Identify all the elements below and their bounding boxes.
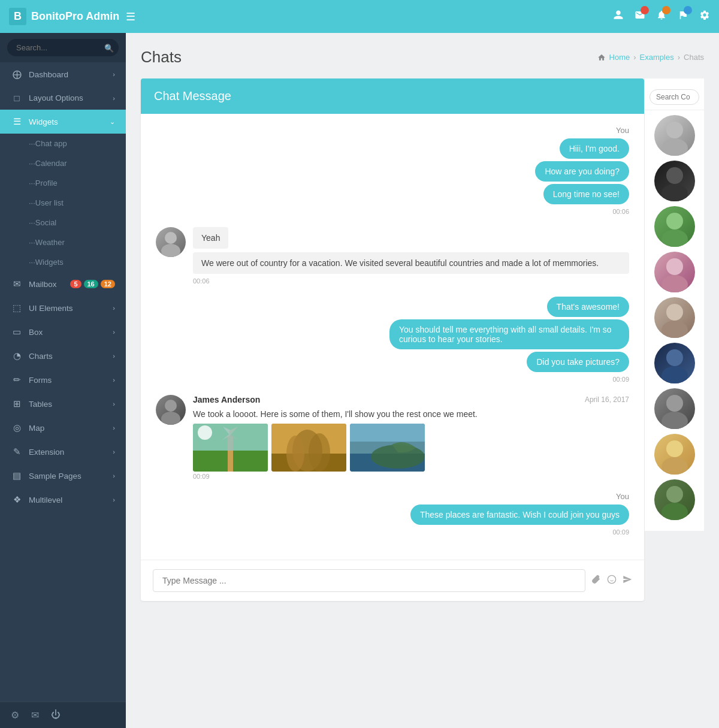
sidebar-item-tables[interactable]: ⊞ Tables › xyxy=(0,392,126,416)
badge-12: 12 xyxy=(101,280,115,288)
dots-icon: ··· xyxy=(29,218,35,227)
message-group-3: That's awesome! You should tell me every… xyxy=(156,297,629,383)
dots-icon: ··· xyxy=(29,159,35,168)
contact-avatar-9[interactable] xyxy=(654,479,695,520)
contact-avatar-5[interactable] xyxy=(654,297,695,338)
contact-avatar-1[interactable] xyxy=(654,115,695,156)
map-arrow: › xyxy=(113,424,115,431)
chat-input-row xyxy=(141,560,644,601)
emoji-icon[interactable] xyxy=(607,575,617,587)
right-sidebar-search-input[interactable] xyxy=(649,89,699,105)
avatar-img-4 xyxy=(156,395,186,425)
svg-point-18 xyxy=(309,433,330,472)
sidebar-item-label: Layout Options xyxy=(29,93,83,102)
svg-point-37 xyxy=(661,366,688,383)
svg-point-32 xyxy=(666,258,683,275)
settings-bottom-icon[interactable]: ⚙ xyxy=(11,709,19,721)
page-header: Chats Home › Examples › Chats xyxy=(141,48,704,67)
sidebar-subitem-label: Weather xyxy=(35,238,65,247)
breadcrumb-sep1: › xyxy=(633,53,636,62)
sender-name-4: James Anderson xyxy=(193,395,260,404)
breadcrumb-examples[interactable]: Examples xyxy=(640,53,674,62)
sidebar-item-user-list[interactable]: ··· User list xyxy=(0,193,126,213)
avatar-2 xyxy=(156,227,186,257)
svg-point-36 xyxy=(666,349,683,366)
sidebar-item-profile[interactable]: ··· Profile xyxy=(0,173,126,193)
contact-avatar-7[interactable] xyxy=(654,388,695,429)
dots-icon: ··· xyxy=(29,238,35,247)
multilevel-icon: ❖ xyxy=(11,494,23,505)
menu-toggle-icon[interactable]: ☰ xyxy=(123,7,138,26)
breadcrumb: Home › Examples › Chats xyxy=(597,53,704,62)
sidebar-item-label: Sample Pages xyxy=(29,472,81,481)
bubble-3b: You should tell me everything with all s… xyxy=(389,319,629,349)
sidebar-item-chat-app[interactable]: ··· Chat app xyxy=(0,134,126,153)
charts-arrow: › xyxy=(113,352,115,360)
user-icon[interactable] xyxy=(613,10,624,23)
svg-point-1 xyxy=(161,244,180,257)
contact-avatar-4[interactable] xyxy=(654,252,695,292)
sidebar-item-multilevel[interactable]: ❖ Multilevel › xyxy=(0,488,126,512)
breadcrumb-home[interactable]: Home xyxy=(609,53,630,62)
mail-bottom-icon[interactable]: ✉ xyxy=(31,709,39,721)
sidebar-item-sample-pages[interactable]: ▤ Sample Pages › xyxy=(0,464,126,488)
sidebar-search-container: 🔍 xyxy=(0,33,126,62)
message-group-1: You Hiii, I'm good. How are you doing? L… xyxy=(156,126,629,215)
sidebar-item-label: Map xyxy=(29,424,44,433)
bubble-1a: Hiii, I'm good. xyxy=(560,138,629,159)
svg-point-17 xyxy=(286,436,304,472)
settings-icon[interactable] xyxy=(699,10,710,23)
avatar-4 xyxy=(156,395,186,425)
chat-message-input[interactable] xyxy=(153,569,585,592)
dots-icon: ··· xyxy=(29,258,35,267)
sidebar-item-extension[interactable]: ✎ Extension › xyxy=(0,440,126,464)
image-field[interactable] xyxy=(271,424,346,472)
sidebar-item-layout[interactable]: □ Layout Options › xyxy=(0,86,126,110)
sidebar-item-weather[interactable]: ··· Weather xyxy=(0,232,126,252)
msg-time-5: 00:09 xyxy=(612,528,629,536)
bell-badge xyxy=(662,6,670,14)
contact-avatar-2[interactable] xyxy=(654,161,695,201)
svg-point-0 xyxy=(165,232,177,244)
sidebar-item-mailbox[interactable]: ✉ Mailbox 5 16 12 xyxy=(0,272,126,296)
flag-icon[interactable] xyxy=(678,10,688,23)
svg-point-43 xyxy=(661,503,688,520)
paperclip-icon[interactable] xyxy=(591,575,601,587)
sidebar-item-map[interactable]: ◎ Map › xyxy=(0,416,126,440)
sidebar-subitem-label: User list xyxy=(35,198,64,207)
svg-point-33 xyxy=(661,275,688,292)
sidebar-item-charts[interactable]: ◔ Charts › xyxy=(0,344,126,368)
contact-avatar-8[interactable] xyxy=(654,434,695,475)
chat-body: You Hiii, I'm good. How are you doing? L… xyxy=(141,114,644,560)
contact-avatar-6[interactable] xyxy=(654,343,695,383)
sidebar-item-label: Tables xyxy=(29,400,52,409)
msg-time-2: 00:06 xyxy=(193,277,629,285)
sidebar-item-calendar[interactable]: ··· Calendar xyxy=(0,153,126,173)
contact-avatar-3[interactable] xyxy=(654,206,695,247)
sidebar-item-widgets[interactable]: ☰ Widgets ⌄ xyxy=(0,110,126,134)
svg-point-31 xyxy=(661,229,688,247)
breadcrumb-sep2: › xyxy=(678,53,680,62)
sidebar-item-label: Mailbox xyxy=(29,280,57,289)
sidebar-search-input[interactable] xyxy=(7,39,119,56)
main-layout: Chat Message You Hiii, I'm good. How are… xyxy=(141,78,704,601)
image-windmill[interactable] xyxy=(193,424,268,472)
ui-arrow: › xyxy=(113,304,115,312)
image-coast[interactable] xyxy=(350,424,425,472)
mail-icon[interactable] xyxy=(635,10,645,23)
sidebar-item-widgets-sub[interactable]: ··· Widgets xyxy=(0,252,126,272)
sidebar-item-label: Multilevel xyxy=(29,496,62,505)
bell-icon[interactable] xyxy=(656,10,667,23)
sidebar-search-icon[interactable]: 🔍 xyxy=(104,43,114,52)
send-icon[interactable] xyxy=(623,575,632,587)
sidebar-item-dashboard[interactable]: ⨁ Dashboard › xyxy=(0,62,126,86)
sidebar-item-label: Box xyxy=(29,328,43,337)
sidebar-item-social[interactable]: ··· Social xyxy=(0,213,126,232)
widgets-icon: ☰ xyxy=(11,116,23,127)
sidebar-item-forms[interactable]: ✏ Forms › xyxy=(0,368,126,392)
power-bottom-icon[interactable]: ⏻ xyxy=(51,709,61,721)
msg-date-4: April 16, 2017 xyxy=(585,395,629,404)
dashboard-icon: ⨁ xyxy=(11,69,23,80)
sidebar-item-ui-elements[interactable]: ⬚ UI Elements › xyxy=(0,296,126,320)
sidebar-item-box[interactable]: ▭ Box › xyxy=(0,320,126,344)
